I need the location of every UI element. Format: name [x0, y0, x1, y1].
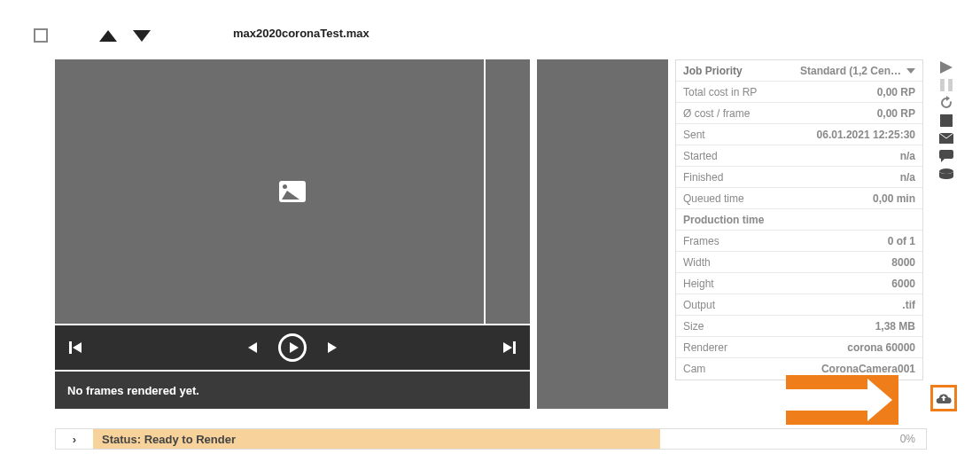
info-label: Output [683, 299, 715, 311]
info-value: CoronaCamera001 [821, 363, 915, 375]
info-label: Production time [683, 214, 764, 226]
prev-frame-button[interactable] [248, 342, 257, 353]
info-label: Renderer [683, 341, 727, 354]
svg-rect-1 [948, 79, 953, 91]
select-checkbox[interactable] [34, 28, 48, 43]
info-row: Renderercorona 60000 [676, 337, 922, 358]
info-value: 0,00 RP [877, 86, 915, 98]
info-value: .tif [902, 299, 915, 311]
info-row: Ø cost / frame0,00 RP [676, 103, 922, 124]
info-value: 0,00 min [873, 192, 915, 205]
disk-icon[interactable] [938, 167, 954, 181]
info-row: Finishedn/a [676, 167, 922, 188]
info-value: 0 of 1 [888, 235, 915, 247]
info-row: Startedn/a [676, 145, 922, 167]
info-value: 1,38 MB [875, 320, 915, 333]
upload-button-highlight[interactable] [930, 385, 957, 411]
info-label: Sent [683, 129, 705, 141]
info-value: n/a [900, 171, 915, 184]
info-value: n/a [900, 150, 915, 162]
refresh-icon[interactable] [938, 96, 954, 110]
info-value: 8000 [891, 256, 915, 269]
info-row: Sent06.01.2021 12:25:30 [676, 124, 922, 145]
file-name: max2020coronaTest.max [233, 27, 369, 40]
cloud-upload-icon [936, 392, 952, 404]
preview-panel: No frames rendered yet. [55, 59, 530, 409]
info-row: Queued time0,00 min [676, 188, 922, 209]
info-label: Width [683, 256, 711, 269]
info-value: 06.01.2021 12:25:30 [817, 129, 915, 141]
frames-status-message: No frames rendered yet. [55, 372, 530, 409]
status-label: Status: Ready to Render [93, 429, 660, 449]
preview-image-area [55, 59, 530, 324]
info-label: Frames [683, 235, 719, 247]
svg-rect-0 [940, 79, 945, 91]
job-info-panel: Job Priority Standard (1,2 Cen… Total co… [675, 59, 923, 380]
info-row: Total cost in RP0,00 RP [676, 82, 922, 103]
info-label: Total cost in RP [683, 86, 757, 98]
chevron-down-icon [906, 68, 915, 74]
status-percent: 0% [900, 433, 926, 445]
info-label: Height [683, 278, 714, 290]
info-label: Size [683, 320, 704, 333]
attention-arrow [786, 375, 898, 425]
player-bar [55, 325, 530, 370]
expand-status-icon[interactable]: › [56, 429, 93, 449]
svg-rect-2 [940, 114, 953, 127]
info-row: Production time [676, 209, 922, 231]
mail-icon[interactable] [938, 131, 954, 145]
info-label: Job Priority [683, 65, 743, 77]
side-toolbar [936, 60, 957, 181]
play-icon[interactable] [938, 60, 954, 74]
info-label: Cam [683, 363, 705, 375]
next-frame-button[interactable] [328, 342, 337, 353]
info-value: corona 60000 [847, 341, 915, 354]
info-row-priority[interactable]: Job Priority Standard (1,2 Cen… [676, 60, 922, 82]
last-frame-button[interactable] [503, 341, 516, 354]
info-label: Ø cost / frame [683, 107, 750, 120]
info-value: 0,00 RP [877, 107, 915, 120]
info-row: Frames0 of 1 [676, 231, 922, 252]
info-row: Width8000 [676, 252, 922, 273]
info-row: Output.tif [676, 294, 922, 316]
first-frame-button[interactable] [69, 341, 82, 354]
info-label: Finished [683, 171, 723, 184]
svg-point-4 [939, 168, 953, 174]
info-label: Started [683, 150, 718, 162]
chat-icon[interactable] [938, 149, 954, 163]
info-value: 6000 [891, 278, 915, 290]
info-value: Standard (1,2 Cen… [800, 65, 901, 77]
move-up-icon[interactable] [99, 30, 117, 42]
info-row: Height6000 [676, 273, 922, 294]
info-label: Queued time [683, 192, 744, 205]
stop-icon[interactable] [938, 114, 954, 128]
placeholder-image-icon [279, 181, 306, 202]
status-bar: › Status: Ready to Render 0% [55, 428, 927, 450]
secondary-preview-panel [537, 59, 668, 409]
play-button[interactable] [278, 333, 307, 362]
info-row: Size1,38 MB [676, 316, 922, 337]
move-down-icon[interactable] [133, 30, 151, 42]
pause-icon[interactable] [938, 78, 954, 92]
